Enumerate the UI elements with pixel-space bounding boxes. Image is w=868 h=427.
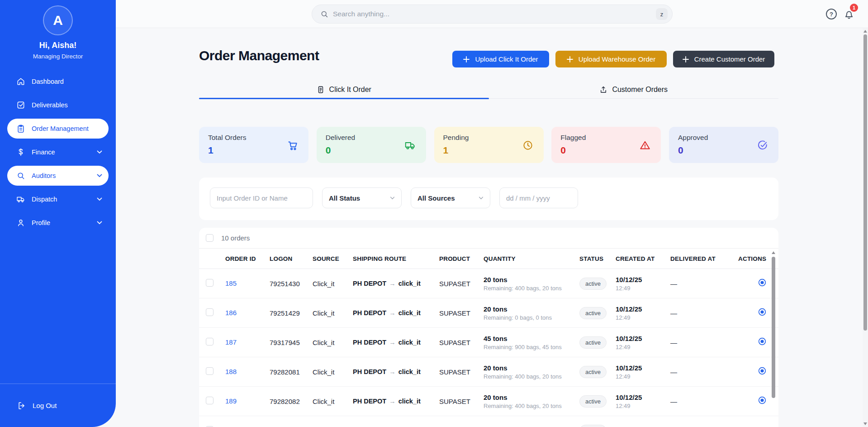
help-button[interactable]: ?	[826, 9, 837, 19]
sidebar-item-label: Dashboard	[32, 78, 102, 85]
view-order-button[interactable]	[757, 395, 767, 405]
page-scrollbar[interactable]	[863, 28, 868, 427]
upload-warehouse-order-button[interactable]: Upload Warehouse Order	[555, 51, 667, 67]
page-scrollbar-thumb[interactable]	[863, 34, 867, 331]
status-filter-select[interactable]: All Status	[322, 187, 402, 208]
stat-value: 1	[443, 145, 535, 156]
scroll-up-arrow-icon[interactable]	[863, 30, 867, 33]
delivered-at-value: —	[670, 309, 738, 317]
table-scrollbar-thumb[interactable]	[772, 257, 775, 398]
sidebar-item-profile[interactable]: Profile	[7, 213, 109, 233]
table-scrollbar[interactable]	[771, 250, 776, 427]
row-checkbox[interactable]	[206, 397, 213, 404]
search-icon	[16, 171, 25, 180]
created-at-cell: 10/12/2512:49	[616, 393, 670, 409]
view-order-button[interactable]	[757, 278, 767, 288]
status-filter-value: All Status	[329, 194, 360, 202]
create-customer-order-button[interactable]: Create Customer Order	[673, 51, 774, 67]
column-header-quantity: QUANTITY	[484, 255, 579, 262]
global-search[interactable]: z	[312, 5, 673, 24]
created-time: 12:49	[616, 344, 670, 350]
order-id-link[interactable]: 185	[225, 279, 237, 287]
created-date: 10/12/25	[616, 276, 670, 283]
sidebar-item-finance[interactable]: Finance	[7, 142, 109, 162]
view-order-button[interactable]	[757, 366, 767, 376]
tab-click-it-order[interactable]: Click It Order	[199, 81, 489, 98]
stat-card-flagged: Flagged 0	[551, 127, 661, 163]
sidebar-item-label: Order Management	[32, 125, 102, 132]
column-header-created-at: CREATED AT	[616, 255, 670, 262]
avatar[interactable]: A	[43, 5, 73, 35]
table-row: 45 tons active 10/12/25	[199, 416, 778, 427]
order-id-link[interactable]: 188	[225, 368, 237, 375]
chevron-down-icon	[97, 221, 102, 225]
row-checkbox[interactable]	[206, 308, 213, 316]
sidebar-item-label: Deliverables	[32, 101, 102, 109]
quantity-cell: 45 tonsRemaining: 900 bags, 45 tons	[484, 335, 579, 350]
view-order-button[interactable]	[757, 336, 767, 346]
shipping-route: PH DEPOT→click_it	[353, 309, 439, 317]
table-toolbar: 10 orders	[199, 228, 778, 249]
sidebar-item-dashboard[interactable]: Dashboard	[7, 72, 109, 91]
chevron-down-icon	[97, 174, 102, 178]
search-input[interactable]	[333, 10, 656, 18]
select-all-checkbox[interactable]	[206, 234, 213, 242]
eye-icon	[757, 307, 767, 317]
created-at-cell: 10/12/2512:49	[616, 364, 670, 380]
scroll-down-arrow-icon[interactable]	[863, 422, 867, 425]
plus-icon	[567, 56, 573, 62]
row-checkbox[interactable]	[206, 367, 213, 375]
sidebar-item-auditors[interactable]: Auditors	[7, 166, 109, 186]
table-row: 188 79282081 Click_it PH DEPOT→click_it …	[199, 357, 778, 387]
quantity-value: 45 tons	[484, 335, 579, 342]
button-label: Create Customer Order	[694, 55, 765, 63]
sidebar-item-dispatch[interactable]: Dispatch	[7, 189, 109, 209]
order-search-input[interactable]	[217, 194, 306, 202]
delivered-at-value: —	[670, 368, 738, 376]
order-id-link[interactable]: 187	[225, 338, 237, 346]
column-header-logon: LOGON	[270, 255, 313, 262]
stat-label: Approved	[678, 134, 769, 142]
remaining-value: Remaining: 400 bags, 20 tons	[484, 373, 579, 380]
route-destination: click_it	[398, 368, 421, 375]
created-date: 10/12/25	[616, 393, 670, 401]
created-date: 10/12/25	[616, 305, 670, 313]
view-order-button[interactable]	[757, 307, 767, 317]
cart-icon	[287, 139, 299, 151]
order-id-link[interactable]: 189	[225, 397, 237, 405]
clipboard-icon	[16, 124, 25, 133]
tab-customer-orders[interactable]: Customer Orders	[489, 81, 779, 98]
sidebar-item-order-management[interactable]: Order Management	[7, 119, 109, 139]
stat-value: 1	[208, 145, 299, 156]
delivered-at-value: —	[670, 339, 738, 346]
remaining-value: Remaining: 400 bags, 20 tons	[484, 403, 579, 409]
scroll-up-arrow-icon[interactable]	[772, 251, 775, 254]
warning-triangle-icon	[639, 139, 651, 151]
source-filter-select[interactable]: All Sources	[411, 187, 490, 208]
created-date: 10/12/25	[616, 364, 670, 372]
logon-value: 79251430	[270, 280, 313, 288]
plus-icon	[463, 56, 470, 62]
created-at-cell: 10/12/2512:49	[616, 305, 670, 321]
column-header-source: SOURCE	[313, 255, 353, 262]
upload-click-it-order-button[interactable]: Upload Click It Order	[452, 51, 549, 67]
row-checkbox[interactable]	[206, 338, 213, 345]
eye-icon	[757, 366, 767, 376]
stat-card-total-orders: Total Orders 1	[199, 127, 308, 163]
order-id-link[interactable]: 186	[225, 309, 237, 317]
stat-value: 0	[326, 145, 417, 156]
sidebar-item-deliverables[interactable]: Deliverables	[7, 95, 109, 115]
logon-value: 79251429	[270, 309, 313, 317]
filters-panel: All Status All Sources dd / mm / yyyy	[199, 178, 778, 220]
route-destination: click_it	[398, 339, 421, 346]
row-checkbox[interactable]	[206, 279, 213, 287]
date-filter-input[interactable]: dd / mm / yyyy	[499, 187, 578, 208]
created-at-cell: 10/12/2512:49	[616, 335, 670, 350]
route-origin: PH DEPOT	[353, 339, 386, 346]
order-search-field[interactable]	[210, 187, 313, 208]
search-icon	[320, 10, 328, 18]
delivered-at-value: —	[670, 280, 738, 288]
route-destination: click_it	[398, 398, 421, 405]
logout-button[interactable]: Log Out	[0, 384, 116, 427]
tab-label: Click It Order	[329, 86, 371, 94]
